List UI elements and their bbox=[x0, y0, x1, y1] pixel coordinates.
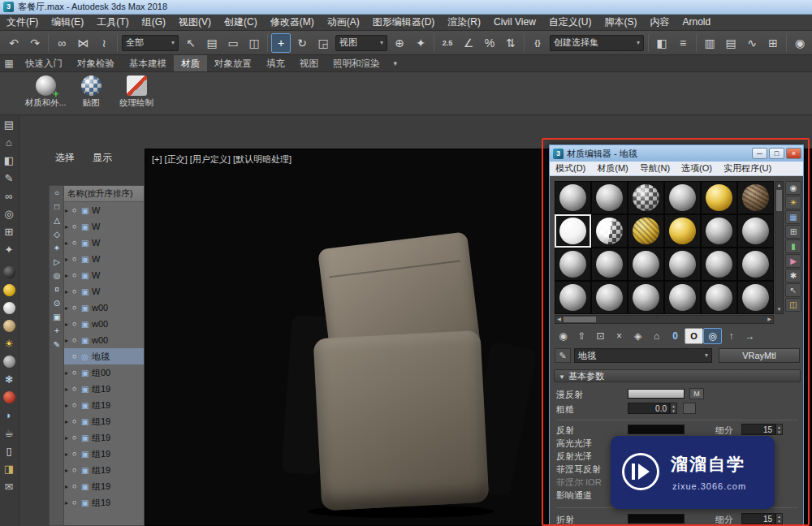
select-and-link-icon[interactable]: ∞ bbox=[52, 33, 71, 53]
go-forward-icon[interactable]: → bbox=[741, 328, 759, 344]
half-sphere-icon[interactable]: ◗ bbox=[0, 406, 18, 424]
material-editor-menu-item[interactable]: 模式(D) bbox=[550, 162, 591, 175]
menubar-item[interactable]: 脚本(S) bbox=[598, 15, 643, 30]
explorer-column-header[interactable]: 名称(按升序排序) bbox=[64, 186, 144, 202]
show-map-in-viewport-icon[interactable]: O bbox=[685, 328, 703, 344]
sample-slot[interactable] bbox=[664, 248, 701, 281]
tab-select[interactable]: 选择 bbox=[55, 151, 75, 165]
minimize-button[interactable]: ─ bbox=[752, 148, 767, 159]
select-and-move-icon[interactable]: + bbox=[271, 33, 291, 53]
expand-arrow-icon[interactable]: ▸ bbox=[65, 499, 72, 507]
display-helpers-icon[interactable]: ✶ bbox=[50, 241, 64, 255]
select-object-icon[interactable]: ↖ bbox=[181, 33, 201, 53]
sample-slot[interactable] bbox=[628, 248, 664, 281]
scroll-down-icon[interactable]: ▼ bbox=[775, 306, 783, 313]
select-by-name-icon[interactable]: ▤ bbox=[202, 33, 222, 53]
explorer-row[interactable]: ▸○▣组19 bbox=[64, 446, 144, 462]
explorer-row[interactable]: ○◎地毯 bbox=[64, 348, 144, 364]
maps-button[interactable]: 贴图 bbox=[68, 72, 114, 114]
menubar-item[interactable]: 动画(A) bbox=[321, 15, 366, 30]
display-containers-icon[interactable]: ▣ bbox=[50, 310, 64, 324]
sample-slot[interactable] bbox=[701, 181, 737, 214]
sample-slot[interactable] bbox=[664, 181, 701, 214]
material-name-dropdown[interactable]: 地毯 ▾ bbox=[574, 348, 712, 363]
menubar-item[interactable]: 内容 bbox=[643, 15, 676, 30]
panel-icon[interactable]: ▤ bbox=[0, 115, 18, 133]
sample-slot[interactable] bbox=[737, 181, 774, 214]
menubar-item[interactable]: 自定义(U) bbox=[542, 15, 598, 30]
ribbon-collapse-icon[interactable]: ▾ bbox=[394, 59, 398, 67]
explorer-row[interactable]: ▸○▣W bbox=[64, 267, 144, 283]
explorer-row[interactable]: ▸○▣W bbox=[64, 251, 144, 267]
texture-paint-button[interactable]: 纹理绘制 bbox=[114, 72, 159, 114]
reflect-subdivs-field[interactable]: 15 bbox=[741, 424, 775, 435]
explorer-row[interactable]: ▸○▣W bbox=[64, 283, 144, 300]
explorer-row[interactable]: ▸○▣W bbox=[64, 235, 144, 251]
roughness-field[interactable]: 0.0 bbox=[628, 403, 670, 414]
white-material-ball[interactable] bbox=[0, 299, 18, 317]
schematic-view-icon[interactable]: ⊞ bbox=[763, 33, 783, 53]
note-icon[interactable]: ✉ bbox=[0, 477, 18, 495]
sample-slot[interactable] bbox=[591, 181, 628, 214]
scroll-up-icon[interactable]: ▲ bbox=[775, 182, 783, 189]
scroll-left-icon[interactable]: ◀ bbox=[555, 316, 563, 323]
layer-explorer-icon[interactable]: ▤ bbox=[721, 33, 741, 53]
home-icon[interactable]: ⌂ bbox=[0, 133, 18, 151]
display-bones-icon[interactable]: ⊙ bbox=[50, 296, 64, 310]
material-id-icon[interactable]: 0 bbox=[666, 328, 685, 344]
sample-uv-tiling-icon[interactable]: ⊞ bbox=[785, 225, 801, 239]
box-icon[interactable]: ◨ bbox=[0, 459, 18, 477]
sample-slot[interactable] bbox=[555, 248, 591, 281]
tab-display[interactable]: 显示 bbox=[93, 151, 112, 165]
backlight-icon[interactable]: ☀ bbox=[785, 196, 801, 209]
named-selection-sets-combo[interactable]: 创建选择集▾ bbox=[550, 35, 644, 51]
expand-arrow-icon[interactable]: ▸ bbox=[65, 418, 72, 425]
selection-filter-dropdown[interactable]: 全部▾ bbox=[122, 35, 179, 51]
expand-arrow-icon[interactable]: ▸ bbox=[65, 272, 72, 279]
menubar-item[interactable]: 编辑(E) bbox=[45, 15, 90, 30]
pick-material-eyedropper[interactable]: ✎ bbox=[555, 348, 571, 363]
teapot-icon[interactable]: ☕ bbox=[0, 424, 18, 442]
explorer-row[interactable]: ▸○▣W bbox=[64, 202, 144, 218]
expand-arrow-icon[interactable]: ▸ bbox=[65, 256, 72, 263]
sample-slot[interactable] bbox=[591, 248, 628, 281]
menubar-item[interactable]: 文件(F) bbox=[0, 15, 45, 30]
material-editor-menu-item[interactable]: 实用程序(U) bbox=[718, 162, 777, 175]
ribbon-tab-2[interactable]: 对象检验 bbox=[70, 55, 122, 71]
refract-subdivs-spinner[interactable]: ▴▾ bbox=[775, 513, 783, 524]
material-editor-titlebar[interactable]: 3 材质编辑器 - 地毯 ─□× bbox=[550, 145, 803, 162]
close-button[interactable]: × bbox=[786, 148, 801, 159]
expand-arrow-icon[interactable]: ▸ bbox=[65, 207, 72, 214]
expand-arrow-icon[interactable]: ▸ bbox=[65, 451, 72, 458]
explorer-row[interactable]: ▸○▣组19 bbox=[64, 397, 144, 413]
sample-slot[interactable] bbox=[737, 281, 774, 314]
sample-slot[interactable] bbox=[555, 281, 591, 314]
expand-arrow-icon[interactable]: ▸ bbox=[65, 467, 72, 474]
material-type-button[interactable]: VRayMtl bbox=[719, 348, 800, 363]
sample-slot[interactable] bbox=[555, 214, 591, 248]
display-materials-icon[interactable]: + bbox=[50, 324, 64, 338]
materials-and-appearance-button[interactable]: 材质和外... bbox=[23, 72, 68, 114]
percent-snap-icon[interactable]: % bbox=[480, 33, 499, 53]
menubar-item[interactable]: 图形编辑器(D) bbox=[366, 15, 442, 30]
roughness-map-button[interactable] bbox=[683, 403, 696, 414]
sample-horizontal-scrollbar[interactable]: ◀ ▶ bbox=[555, 315, 774, 324]
ribbon-tab-8[interactable]: 照明和渲染 bbox=[326, 55, 387, 71]
cylinder-icon[interactable]: ▯ bbox=[0, 442, 18, 459]
star-icon[interactable]: ✦ bbox=[0, 240, 18, 258]
reset-map-icon[interactable]: × bbox=[610, 328, 628, 344]
display-xrefs-icon[interactable]: ¤ bbox=[50, 282, 64, 296]
mirror-icon[interactable]: ◧ bbox=[652, 33, 672, 53]
scroll-right-icon[interactable]: ▶ bbox=[766, 316, 773, 323]
display-spacewarps-icon[interactable]: ▷ bbox=[50, 255, 64, 269]
scene-explorer-toggle-icon[interactable]: ▥ bbox=[700, 33, 719, 53]
explorer-row[interactable]: ▸○▣组19 bbox=[64, 494, 144, 511]
red-material-ball[interactable] bbox=[0, 388, 18, 406]
expand-arrow-icon[interactable]: ▸ bbox=[65, 288, 72, 295]
expand-arrow-icon[interactable]: ▸ bbox=[65, 386, 72, 393]
curve-editor-icon[interactable]: ∿ bbox=[742, 33, 762, 53]
mirror-tool-icon[interactable]: ◧ bbox=[0, 151, 18, 169]
menubar-item[interactable]: 渲染(R) bbox=[441, 15, 487, 30]
menubar-item[interactable]: 组(G) bbox=[136, 15, 172, 30]
ribbon-tab-4[interactable]: 材质 bbox=[174, 55, 207, 71]
